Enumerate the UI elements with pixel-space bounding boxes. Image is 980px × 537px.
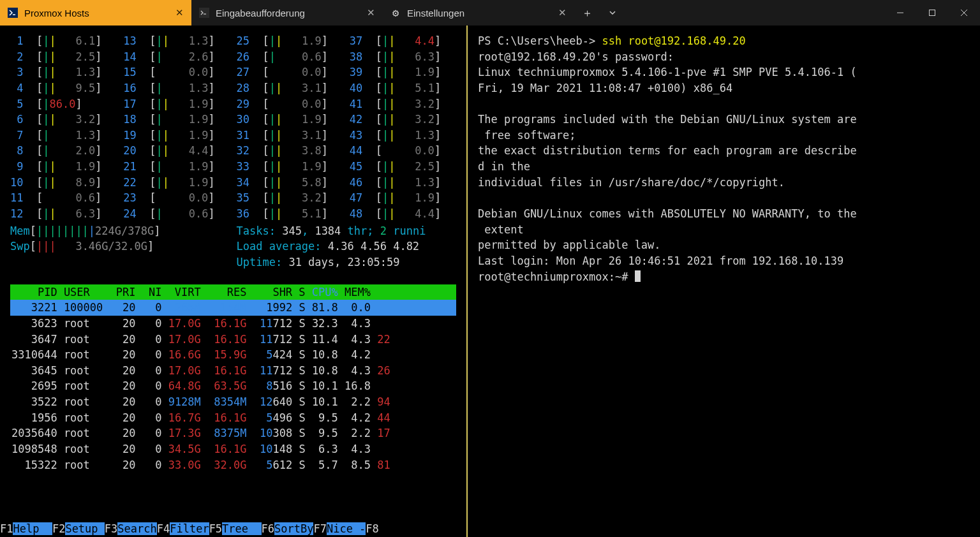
cpu-meter-6: 6 [|| 3.2] [10, 112, 117, 128]
cpu-meter-26: 26 [| 0.6] [237, 49, 343, 65]
process-row[interactable]: 3645 root 20 0 17.0G 16.1G 11712 S 10.8 … [10, 363, 456, 379]
cpu-meter-15: 15 [ 0.0] [123, 64, 230, 80]
process-row[interactable]: 3522 root 20 0 9128M 8354M 12640 S 10.1 … [10, 394, 456, 410]
tab-dropdown-button[interactable] [600, 0, 625, 26]
close-icon[interactable]: ✕ [558, 7, 567, 18]
cpu-meter-18: 18 [| 1.9] [123, 112, 230, 128]
cpu-meter-1: 1 [|| 6.1] [10, 33, 117, 49]
cpu-meters: 1 [|| 6.1]13 [|| 1.3]25 [|| 1.9]37 [|| 4… [10, 33, 456, 222]
window-controls [884, 0, 980, 26]
tab-cmd[interactable]: Eingabeaufforderung ✕ [191, 0, 383, 26]
cpu-meter-30: 30 [|| 1.9] [237, 112, 343, 128]
new-tab-button[interactable]: ＋ [574, 0, 600, 26]
cpu-meter-40: 40 [|| 5.1] [350, 80, 456, 96]
process-row[interactable]: 15322 root 20 0 33.0G 32.0G 5612 S 5.7 8… [10, 457, 456, 473]
process-row[interactable]: 3221 100000 20 0 265M 154M 1992 S 81.8 0… [10, 300, 456, 316]
cpu-meter-34: 34 [|| 5.8] [237, 175, 343, 191]
cpu-meter-21: 21 [| 1.9] [123, 159, 230, 175]
cpu-meter-19: 19 [|| 1.9] [123, 128, 230, 143]
svg-rect-2 [199, 8, 209, 18]
process-row[interactable]: 3310644 root 20 0 16.6G 15.9G 5424 S 10.… [10, 347, 456, 363]
cpu-meter-13: 13 [|| 1.3] [123, 33, 230, 49]
process-row[interactable]: 1098548 root 20 0 34.5G 16.1G 10148 S 6.… [10, 441, 456, 457]
cpu-meter-3: 3 [|| 1.3] [10, 64, 117, 80]
cpu-meter-7: 7 [| 1.3] [10, 128, 117, 143]
cpu-meter-45: 45 [|| 2.5] [350, 159, 456, 175]
tab-proxmox-hosts[interactable]: Proxmox Hosts ✕ [0, 0, 191, 26]
process-row[interactable]: 2695 root 20 0 64.8G 63.5G 8516 S 10.1 1… [10, 378, 456, 394]
cpu-meter-9: 9 [|| 1.9] [10, 159, 117, 175]
cpu-meter-27: 27 [ 0.0] [237, 64, 343, 80]
close-icon[interactable]: ✕ [175, 7, 184, 18]
cmd-icon [199, 8, 209, 18]
cpu-meter-22: 22 [|| 1.9] [123, 175, 230, 191]
process-row[interactable]: 3623 root 20 0 17.0G 16.1G 11712 S 32.3 … [10, 316, 456, 332]
cpu-meter-2: 2 [|| 2.5] [10, 49, 117, 65]
cpu-meter-24: 24 [| 0.6] [123, 206, 230, 222]
cpu-meter-11: 11 [ 0.6] [10, 190, 117, 206]
titlebar: Proxmox Hosts ✕ Eingabeaufforderung ✕ ⚙ … [0, 0, 980, 26]
cpu-meter-17: 17 [|| 1.9] [123, 96, 230, 112]
cpu-meter-48: 48 [|| 4.4] [350, 206, 456, 222]
cpu-meter-41: 41 [|| 3.2] [350, 96, 456, 112]
close-window-button[interactable] [948, 0, 980, 26]
svg-rect-5 [930, 10, 935, 16]
process-table: PID USER PRI NI VIRT RES SHR S CPU% MEM%… [10, 284, 456, 473]
cpu-meter-43: 43 [|| 1.3] [350, 128, 456, 143]
maximize-button[interactable] [916, 0, 948, 26]
cpu-meter-20: 20 [|| 4.4] [123, 143, 230, 159]
process-row[interactable]: 1956 root 20 0 16.7G 16.1G 5496 S 9.5 4.… [10, 410, 456, 426]
fkeys-bar[interactable]: F1Help F2Setup F3SearchF4FilterF5Tree F6… [0, 521, 466, 537]
cpu-meter-33: 33 [|| 1.9] [237, 159, 343, 175]
cpu-meter-47: 47 [|| 1.9] [350, 190, 456, 206]
cpu-meter-23: 23 [ 0.0] [123, 190, 230, 206]
mem-swp-info: Mem[|||||||||224G/378G]Tasks: 345, 1384 … [10, 223, 456, 270]
process-row[interactable]: 2035640 root 20 0 17.3G 8375M 10308 S 9.… [10, 425, 456, 441]
cpu-meter-35: 35 [|| 3.2] [237, 190, 343, 206]
pane-ssh[interactable]: PS C:\Users\heeb-> ssh root@192.168.49.2… [468, 26, 980, 537]
cpu-meter-37: 37 [|| 4.4] [350, 33, 456, 49]
powershell-icon [8, 8, 18, 18]
tab-label: Einstellungen [407, 8, 552, 18]
cpu-meter-42: 42 [|| 3.2] [350, 112, 456, 128]
pane-htop[interactable]: 1 [|| 6.1]13 [|| 1.3]25 [|| 1.9]37 [|| 4… [0, 26, 468, 537]
tab-settings[interactable]: ⚙ Einstellungen ✕ [383, 0, 574, 26]
cpu-meter-32: 32 [|| 3.8] [237, 143, 343, 159]
process-row[interactable]: 3647 root 20 0 17.0G 16.1G 11712 S 11.4 … [10, 332, 456, 348]
cpu-meter-46: 46 [|| 1.3] [350, 175, 456, 191]
cpu-meter-44: 44 [ 0.0] [350, 143, 456, 159]
cpu-meter-28: 28 [|| 3.1] [237, 80, 343, 96]
tabs-container: Proxmox Hosts ✕ Eingabeaufforderung ✕ ⚙ … [0, 0, 884, 26]
cpu-meter-5: 5 [|86.0] [10, 96, 117, 112]
cpu-meter-29: 29 [ 0.0] [237, 96, 343, 112]
cpu-meter-31: 31 [|| 3.1] [237, 128, 343, 143]
process-table-header: PID USER PRI NI VIRT RES SHR S CPU% MEM% [10, 284, 456, 300]
cpu-meter-39: 39 [|| 1.9] [350, 64, 456, 80]
cpu-meter-14: 14 [| 2.6] [123, 49, 230, 65]
tab-label: Eingabeaufforderung [216, 8, 360, 18]
close-icon[interactable]: ✕ [367, 7, 375, 18]
cpu-meter-12: 12 [|| 6.3] [10, 206, 117, 222]
cpu-meter-25: 25 [|| 1.9] [237, 33, 343, 49]
cpu-meter-38: 38 [|| 6.3] [350, 49, 456, 65]
cpu-meter-8: 8 [| 2.0] [10, 143, 117, 159]
cpu-meter-10: 10 [|| 8.9] [10, 175, 117, 191]
cpu-meter-36: 36 [|| 5.1] [237, 206, 343, 222]
cpu-meter-4: 4 [|| 9.5] [10, 80, 117, 96]
gear-icon: ⚙ [390, 8, 401, 18]
minimize-button[interactable] [884, 0, 916, 26]
cpu-meter-16: 16 [| 1.3] [123, 80, 230, 96]
tab-label: Proxmox Hosts [24, 8, 169, 18]
